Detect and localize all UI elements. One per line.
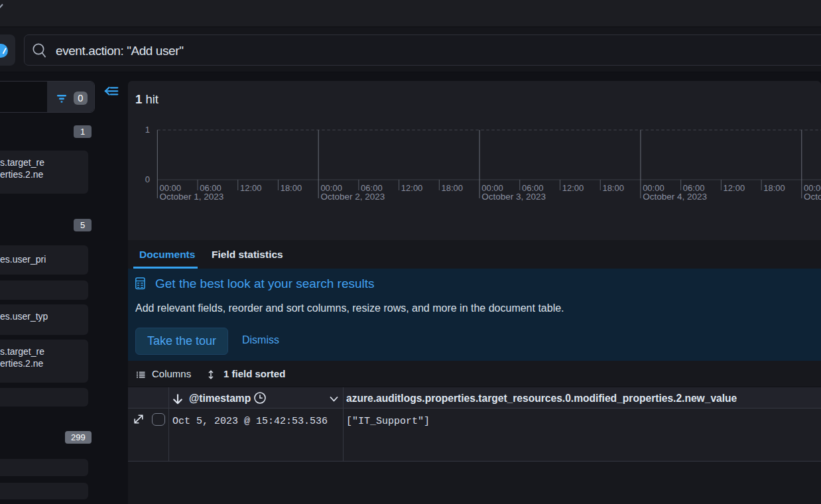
svg-text:12:00: 12:00 — [562, 183, 584, 193]
svg-text:18:00: 18:00 — [281, 183, 302, 193]
svg-text:06:00: 06:00 — [683, 183, 705, 193]
svg-text:0: 0 — [145, 174, 150, 184]
svg-text:12:00: 12:00 — [401, 183, 423, 193]
svg-text:18:00: 18:00 — [442, 183, 464, 193]
svg-text:18:00: 18:00 — [602, 183, 624, 193]
svg-text:06:00: 06:00 — [522, 183, 544, 193]
svg-text:12:00: 12:00 — [724, 183, 745, 193]
svg-text:12:00: 12:00 — [240, 183, 262, 193]
svg-text:October 5, 2023: October 5, 2023 — [804, 192, 821, 202]
svg-text:06:00: 06:00 — [200, 183, 221, 193]
svg-text:18:00: 18:00 — [763, 183, 785, 193]
svg-text:06:00: 06:00 — [361, 183, 383, 193]
svg-text:1: 1 — [145, 125, 150, 135]
